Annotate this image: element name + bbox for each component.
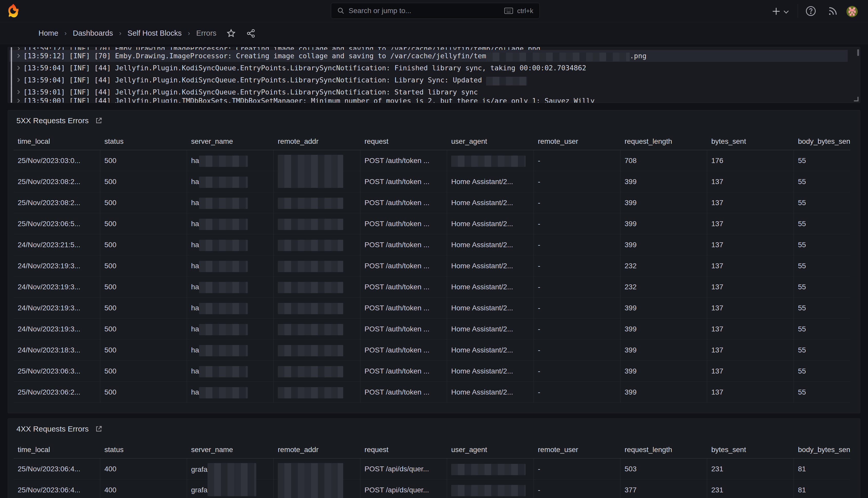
redacted-value bbox=[451, 464, 526, 475]
add-menu-chevron-icon[interactable] bbox=[784, 9, 789, 14]
panel-title-text: 4XX Requests Errors bbox=[16, 424, 89, 433]
column-header-time_local[interactable]: time_local bbox=[14, 133, 100, 150]
cell-request_length: 399 bbox=[621, 318, 707, 339]
cell-bytes_sent: 137 bbox=[707, 192, 794, 213]
cell-remote_user: - bbox=[534, 213, 621, 234]
search-icon bbox=[337, 7, 344, 14]
column-header-server_name[interactable]: server_name bbox=[187, 441, 274, 458]
column-header-remote_addr[interactable]: remote_addr bbox=[274, 133, 361, 150]
cell-request_length: 399 bbox=[621, 382, 707, 403]
column-header-time_local[interactable]: time_local bbox=[14, 441, 100, 458]
cell-remote_addr bbox=[274, 213, 361, 234]
log-expand-chevron-icon[interactable] bbox=[12, 79, 23, 81]
log-expand-chevron-icon[interactable] bbox=[12, 66, 23, 69]
cell-user_agent: Home Assistant/2... bbox=[447, 234, 534, 255]
panel-header[interactable]: 5XX Requests Errors bbox=[16, 115, 103, 126]
column-header-status[interactable]: status bbox=[100, 133, 187, 150]
table-row: 24/Nov/2023:18:3...500haPOST /auth/token… bbox=[14, 340, 850, 361]
table-body: 25/Nov/2023:03:0...500haPOST /auth/token… bbox=[14, 150, 850, 403]
cell-status: 500 bbox=[100, 255, 187, 276]
cell-user_agent: Home Assistant/2... bbox=[447, 171, 534, 192]
cell-time_local: 25/Nov/2023:08:2... bbox=[14, 192, 100, 213]
cell-request_length: 399 bbox=[621, 213, 707, 234]
cell-request_length: 399 bbox=[621, 361, 707, 381]
column-header-request[interactable]: request bbox=[361, 441, 447, 458]
cell-body_bytes_sent: 55 bbox=[794, 276, 850, 297]
cell-server_name: ha bbox=[187, 361, 274, 381]
cell-bytes_sent: 137 bbox=[707, 340, 794, 361]
search-input[interactable]: Search or jump to... ctrl+k bbox=[331, 3, 540, 19]
table-body: 25/Nov/2023:06:4...400grafaPOST /api/ds/… bbox=[14, 458, 850, 498]
help-icon[interactable] bbox=[805, 6, 816, 16]
cell-user_agent: Home Assistant/2... bbox=[447, 382, 534, 403]
table-row: 24/Nov/2023:19:3...500haPOST /auth/token… bbox=[14, 276, 850, 298]
errors-table: time_localstatusserver_nameremote_addrre… bbox=[14, 133, 850, 403]
cell-server_name: ha bbox=[187, 150, 274, 171]
cell-status: 400 bbox=[100, 458, 187, 479]
cell-user_agent: Home Assistant/2... bbox=[447, 340, 534, 361]
external-link-icon[interactable] bbox=[95, 425, 103, 433]
log-row: [13:59:01] [INF] [44] Jellyfin.Plugin.Ko… bbox=[9, 86, 859, 98]
column-header-bytes_sent[interactable]: bytes_sent bbox=[707, 441, 794, 458]
redacted-value bbox=[207, 485, 256, 496]
log-row: [13:59:04] [INF] [44] Jellyfin.Plugin.Ko… bbox=[9, 62, 859, 74]
cell-remote_addr bbox=[274, 361, 361, 381]
table-row: 25/Nov/2023:03:0...500haPOST /auth/token… bbox=[14, 150, 850, 171]
cell-remote_user: - bbox=[534, 340, 621, 361]
column-header-remote_addr[interactable]: remote_addr bbox=[274, 441, 361, 458]
grafana-logo[interactable] bbox=[7, 3, 19, 18]
cell-remote_addr bbox=[274, 255, 361, 276]
cell-request: POST /auth/token ... bbox=[361, 276, 447, 297]
add-plus-icon[interactable] bbox=[772, 7, 781, 16]
table-header-row: time_localstatusserver_nameremote_addrre… bbox=[14, 441, 850, 458]
cell-remote_user: - bbox=[534, 171, 621, 192]
table-row: 25/Nov/2023:08:2...500haPOST /auth/token… bbox=[14, 192, 850, 213]
cell-request: POST /auth/token ... bbox=[361, 192, 447, 213]
column-header-request[interactable]: request bbox=[361, 133, 447, 150]
column-header-user_agent[interactable]: user_agent bbox=[447, 441, 534, 458]
cell-remote_user: - bbox=[534, 234, 621, 255]
log-expand-chevron-icon[interactable] bbox=[12, 91, 23, 93]
redacted-value bbox=[199, 387, 248, 398]
cell-status: 500 bbox=[100, 361, 187, 381]
favorite-star-icon[interactable] bbox=[226, 28, 236, 38]
column-header-bytes_sent[interactable]: bytes_sent bbox=[707, 133, 794, 150]
column-header-status[interactable]: status bbox=[100, 441, 187, 458]
log-row: [13:59:12] [INF] [70] Emby.Drawing.Image… bbox=[9, 50, 848, 62]
breadcrumb-self-host-blocks[interactable]: Self Host Blocks bbox=[127, 29, 181, 38]
logs-scrollbar-thumb[interactable] bbox=[857, 49, 859, 56]
redacted-value bbox=[199, 261, 248, 272]
breadcrumb-dashboards[interactable]: Dashboards bbox=[73, 29, 113, 38]
breadcrumb-home[interactable]: Home bbox=[39, 29, 58, 38]
column-header-request_length[interactable]: request_length bbox=[621, 133, 707, 150]
redacted-value bbox=[278, 155, 343, 178]
column-header-user_agent[interactable]: user_agent bbox=[447, 133, 534, 150]
log-expand-chevron-icon[interactable] bbox=[12, 99, 23, 102]
column-header-body_bytes_sent[interactable]: body_bytes_sent bbox=[794, 133, 850, 150]
column-header-request_length[interactable]: request_length bbox=[621, 441, 707, 458]
cell-server_name: ha bbox=[187, 171, 274, 192]
news-rss-icon[interactable] bbox=[827, 6, 838, 16]
cell-request_length: 399 bbox=[621, 192, 707, 213]
share-icon[interactable] bbox=[246, 29, 256, 38]
cell-time_local: 25/Nov/2023:06:4... bbox=[14, 480, 100, 498]
table-row: 24/Nov/2023:21:5...500haPOST /auth/token… bbox=[14, 234, 850, 255]
external-link-icon[interactable] bbox=[95, 117, 103, 124]
table-row: 24/Nov/2023:19:3...500haPOST /auth/token… bbox=[14, 298, 850, 318]
log-message: [13:59:04] [INF] [44] Jellyfin.Plugin.Ko… bbox=[23, 62, 586, 74]
cell-remote_user: - bbox=[534, 458, 621, 479]
cell-server_name: ha bbox=[187, 192, 274, 213]
panel-resize-handle[interactable] bbox=[854, 97, 858, 101]
log-expand-chevron-icon[interactable] bbox=[12, 47, 23, 50]
column-header-server_name[interactable]: server_name bbox=[187, 133, 274, 150]
cell-time_local: 25/Nov/2023:06:2... bbox=[14, 382, 100, 403]
cell-user_agent: Home Assistant/2... bbox=[447, 213, 534, 234]
redacted-value bbox=[278, 484, 343, 498]
user-avatar[interactable] bbox=[846, 6, 858, 17]
panel-header[interactable]: 4XX Requests Errors bbox=[16, 423, 103, 435]
column-header-remote_user[interactable]: remote_user bbox=[534, 441, 621, 458]
cell-bytes_sent: 137 bbox=[707, 213, 794, 234]
log-expand-chevron-icon[interactable] bbox=[12, 54, 23, 57]
column-header-body_bytes_sent[interactable]: body_bytes_sent bbox=[794, 441, 850, 458]
column-header-remote_user[interactable]: remote_user bbox=[534, 133, 621, 150]
